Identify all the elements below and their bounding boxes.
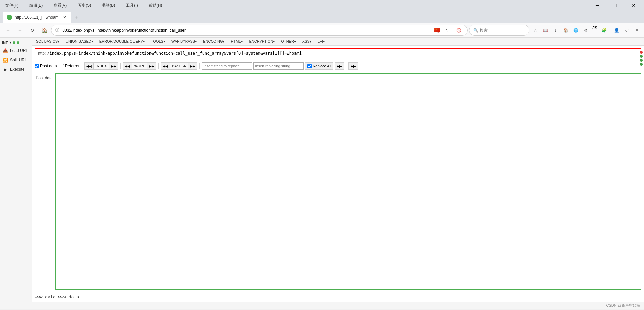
new-tab-button[interactable]: + bbox=[71, 13, 81, 23]
split-url-icon: 🔀 bbox=[3, 57, 8, 63]
dot-red-1 bbox=[640, 51, 643, 54]
info-icon: ⓘ bbox=[55, 27, 59, 33]
base64-decode-button[interactable]: ◀◀ bbox=[161, 62, 170, 70]
url-encode-button[interactable]: ▶▶ bbox=[147, 62, 156, 70]
hex-decode-button[interactable]: ◀◀ bbox=[84, 62, 94, 70]
minimize-button[interactable]: ─ bbox=[590, 0, 605, 11]
sep3 bbox=[158, 63, 159, 69]
url-encode-label: %URL bbox=[132, 62, 147, 70]
extensions-button[interactable]: 🧩 bbox=[599, 25, 609, 35]
replace-all-checkbox-label[interactable]: Replace All bbox=[305, 62, 333, 70]
nav-xss[interactable]: XSS▾ bbox=[300, 39, 314, 44]
search-icon: 🔍 bbox=[473, 28, 478, 33]
bookmark-button[interactable]: ☆ bbox=[531, 25, 540, 35]
referrer-checkbox-label[interactable]: Referrer bbox=[60, 64, 80, 68]
back-button[interactable]: ← bbox=[3, 25, 13, 36]
tab-close-button[interactable]: ✕ bbox=[62, 15, 67, 20]
sidebar-item-split-url[interactable]: 🔀 Split URL bbox=[0, 55, 32, 65]
globe-button[interactable]: 🌐 bbox=[571, 25, 580, 35]
settings-button[interactable]: ⚙ bbox=[581, 25, 590, 35]
menu-bookmarks[interactable]: 书签(B) bbox=[99, 2, 118, 9]
menu-help[interactable]: 帮助(H) bbox=[146, 2, 165, 9]
js-label: JS bbox=[591, 25, 599, 35]
main-layout: INT ▾ 📥 Load URL 🔀 Split URL ▶ Execute S… bbox=[0, 38, 644, 302]
menu-tools[interactable]: 工具(I) bbox=[123, 2, 140, 9]
base64-encode-group: ◀◀ BASE64 ▶▶ bbox=[161, 62, 198, 70]
sep4 bbox=[199, 63, 200, 69]
dot-green-3 bbox=[640, 63, 643, 66]
menu-file[interactable]: 文件(F) bbox=[3, 2, 21, 9]
download-button[interactable]: ↓ bbox=[551, 25, 560, 35]
sidebar-expand-icon[interactable]: ▾ bbox=[9, 40, 11, 45]
replace-forward-button[interactable]: ▶▶ bbox=[335, 62, 344, 70]
hex-encode-label: 0xHEX bbox=[94, 62, 109, 70]
sep5 bbox=[346, 63, 346, 69]
separator bbox=[610, 25, 610, 32]
sidebar: INT ▾ 📥 Load URL 🔀 Split URL ▶ Execute bbox=[0, 38, 32, 302]
title-bar: 文件(F) 编辑(E) 查看(V) 历史(S) 书签(B) 工具(I) 帮助(H… bbox=[0, 0, 644, 11]
nav-other[interactable]: OTHER▾ bbox=[278, 39, 299, 44]
footer: CSDN @夜星空如海 bbox=[0, 302, 644, 309]
hex-encode-button[interactable]: ▶▶ bbox=[109, 62, 118, 70]
nav-waf-bypass[interactable]: WAF BYPASS▾ bbox=[169, 39, 200, 44]
search-bar: 🔍 bbox=[469, 25, 529, 36]
url-prefix-label: http: bbox=[38, 51, 46, 56]
nav-menu-bar: SQL BASICS▾ UNION BASED▾ ERROR/DOUBLE QU… bbox=[32, 38, 644, 46]
sidebar-title: INT bbox=[2, 41, 8, 45]
sidebar-item-execute[interactable]: ▶ Execute bbox=[0, 65, 32, 74]
nav-error-double-query[interactable]: ERROR/DOUBLE QUERY▾ bbox=[97, 39, 148, 44]
dot-green-1 bbox=[640, 55, 643, 58]
reload-button[interactable]: ↻ bbox=[27, 25, 38, 36]
address-bar: ← → ↻ 🏠 ⓘ 🇨🇳 ↻ 🚫 🔍 ☆ 📖 ↓ 🏠 🌐 ⚙ JS 🧩 👤 🛡 … bbox=[0, 23, 644, 38]
post-data-checkbox-label[interactable]: Post data bbox=[35, 64, 57, 68]
insert-string-input[interactable] bbox=[202, 62, 252, 70]
reload-addr-button[interactable]: ↻ bbox=[442, 25, 452, 35]
execute-icon: ▶ bbox=[3, 67, 8, 72]
nav-sql-basics[interactable]: SQL BASICS▾ bbox=[33, 39, 62, 44]
blocked-button[interactable]: 🚫 bbox=[454, 25, 463, 35]
nav-encoding[interactable]: ENCODING▾ bbox=[200, 39, 227, 44]
browser-tab[interactable]: http://106....1][]＝whoami ✕ bbox=[3, 12, 71, 23]
nav-lfi[interactable]: LFI▾ bbox=[315, 39, 328, 44]
extra-button[interactable]: ▶▶ bbox=[348, 62, 358, 70]
menu-history[interactable]: 历史(S) bbox=[75, 2, 94, 9]
url-encode-group: ◀◀ %URL ▶▶ bbox=[123, 62, 156, 70]
readinglist-button[interactable]: 📖 bbox=[541, 25, 550, 35]
referrer-checkbox[interactable] bbox=[60, 64, 64, 68]
url-input[interactable] bbox=[47, 51, 638, 56]
sidebar-dot-green bbox=[13, 41, 15, 44]
replace-all-checkbox[interactable] bbox=[307, 64, 312, 68]
sidebar-item-load-url[interactable]: 📥 Load URL bbox=[0, 46, 32, 55]
tab-favicon bbox=[7, 15, 12, 20]
url-decode-button[interactable]: ◀◀ bbox=[123, 62, 132, 70]
menu-view[interactable]: 查看(V) bbox=[51, 2, 69, 9]
menu-bar-top: 文件(F) 编辑(E) 查看(V) 历史(S) 书签(B) 工具(I) 帮助(H… bbox=[3, 2, 165, 9]
menu-button[interactable]: ≡ bbox=[632, 25, 641, 35]
insert-replacing-input[interactable] bbox=[253, 62, 304, 70]
load-url-icon: 📥 bbox=[3, 48, 8, 53]
base64-encode-button[interactable]: ▶▶ bbox=[188, 62, 197, 70]
homep-button[interactable]: 🏠 bbox=[561, 25, 570, 35]
sidebar-item-label-split-url: Split URL bbox=[10, 58, 27, 62]
home-button[interactable]: 🏠 bbox=[39, 25, 50, 36]
account-button[interactable]: 👤 bbox=[612, 25, 621, 35]
address-field: ⓘ 🇨🇳 ↻ 🚫 bbox=[51, 25, 468, 36]
nav-union-based[interactable]: UNION BASED▾ bbox=[63, 39, 96, 44]
flag-icon: 🇨🇳 bbox=[434, 27, 440, 33]
address-input[interactable] bbox=[61, 28, 432, 33]
nav-html[interactable]: HTML▾ bbox=[228, 39, 246, 44]
tab-bar: http://106....1][]＝whoami ✕ + bbox=[0, 11, 644, 23]
forward-button[interactable]: → bbox=[15, 25, 25, 36]
address-actions: ☆ 📖 ↓ 🏠 🌐 ⚙ JS 🧩 👤 🛡 ≡ bbox=[531, 25, 641, 35]
nav-tools[interactable]: TOOLS▾ bbox=[148, 39, 168, 44]
maximize-button[interactable]: □ bbox=[608, 0, 623, 11]
nav-encryption[interactable]: ENCRYPTION▾ bbox=[246, 39, 278, 44]
postdata-textarea[interactable] bbox=[55, 73, 641, 290]
post-data-checkbox[interactable] bbox=[35, 64, 39, 68]
footer-text: CSDN @夜星空如海 bbox=[606, 303, 640, 308]
menu-edit[interactable]: 编辑(E) bbox=[26, 2, 45, 9]
postdata-section-label: Post data bbox=[32, 71, 55, 292]
shield-button[interactable]: 🛡 bbox=[622, 25, 631, 35]
search-input[interactable] bbox=[480, 28, 525, 33]
close-button[interactable]: ✕ bbox=[626, 0, 641, 11]
